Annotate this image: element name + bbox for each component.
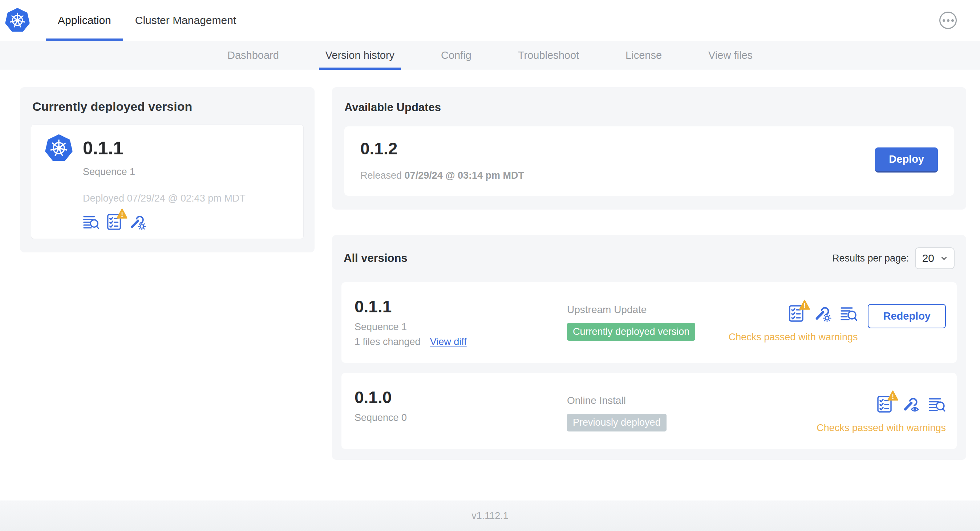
currently-deployed-badge: Currently deployed version bbox=[567, 323, 695, 341]
redeploy-button[interactable]: Redeploy bbox=[868, 304, 946, 328]
deployed-version-label: 0.1.1 bbox=[83, 134, 245, 162]
preflight-status-text: Checks passed with warnings bbox=[816, 422, 946, 434]
deploy-button[interactable]: Deploy bbox=[875, 148, 938, 173]
results-per-page-label: Results per page: bbox=[832, 253, 909, 264]
all-versions-panel: All versions Results per page: 20 0.1.1 … bbox=[332, 235, 966, 460]
diff-icon[interactable] bbox=[83, 213, 100, 230]
view-config-icon[interactable] bbox=[902, 396, 920, 413]
preflight-status-text: Checks passed with warnings bbox=[729, 332, 858, 343]
deployed-sequence-label: Sequence 1 bbox=[83, 166, 245, 178]
more-menu-button[interactable] bbox=[939, 12, 957, 29]
version-row-0-1-0: 0.1.0 Sequence 0 Online Install Previous… bbox=[341, 373, 957, 449]
version-source-label: Online Install bbox=[567, 395, 816, 406]
tab-application-label: Application bbox=[58, 14, 111, 27]
warning-triangle-icon bbox=[799, 300, 810, 310]
currently-deployed-card: 0.1.1 Sequence 1 Deployed 07/29/24 @ 02:… bbox=[31, 125, 304, 239]
results-per-page: Results per page: 20 bbox=[832, 247, 955, 269]
tab-cluster-management-label: Cluster Management bbox=[135, 14, 236, 27]
view-diff-link[interactable]: View diff bbox=[430, 336, 467, 348]
preflight-checks-warning-icon[interactable] bbox=[876, 396, 894, 413]
row-version-label: 0.1.0 bbox=[355, 388, 567, 407]
chevron-down-icon bbox=[940, 254, 948, 262]
currently-deployed-panel: Currently deployed version 0.1.1 Sequenc… bbox=[20, 87, 315, 253]
app-header: Application Cluster Management bbox=[0, 0, 980, 41]
currently-deployed-title: Currently deployed version bbox=[31, 100, 304, 114]
results-per-page-value: 20 bbox=[922, 252, 934, 264]
edit-config-icon[interactable] bbox=[129, 213, 146, 230]
tab-view-files[interactable]: View files bbox=[685, 41, 776, 70]
tab-cluster-management[interactable]: Cluster Management bbox=[123, 0, 248, 41]
available-updates-panel: Available Updates 0.1.2 Released 07/29/2… bbox=[332, 87, 966, 210]
kubernetes-app-icon bbox=[45, 134, 73, 162]
update-version-label: 0.1.2 bbox=[360, 139, 524, 158]
version-source-label: Upstream Update bbox=[567, 304, 729, 316]
tab-troubleshoot[interactable]: Troubleshoot bbox=[495, 41, 602, 70]
preflight-checks-warning-icon[interactable] bbox=[788, 305, 805, 322]
preflight-checks-warning-icon[interactable] bbox=[106, 213, 123, 230]
ellipsis-icon bbox=[943, 19, 945, 22]
row-version-label: 0.1.1 bbox=[355, 297, 567, 316]
previously-deployed-badge: Previously deployed bbox=[567, 414, 667, 431]
app-level-tabs: Application Cluster Management bbox=[46, 0, 248, 41]
row-sequence-label: Sequence 1 bbox=[355, 321, 567, 333]
console-version-label: v1.112.1 bbox=[471, 510, 509, 521]
deployed-version-actions bbox=[83, 213, 245, 230]
deployed-timestamp: Deployed 07/29/24 @ 02:43 pm MDT bbox=[83, 193, 245, 204]
tab-dashboard[interactable]: Dashboard bbox=[204, 41, 302, 70]
diff-icon[interactable] bbox=[840, 305, 858, 322]
section-nav: Dashboard Version history Config Trouble… bbox=[0, 41, 980, 70]
available-updates-title: Available Updates bbox=[344, 101, 954, 114]
files-changed-label: 1 files changed bbox=[355, 336, 421, 348]
kubernetes-logo-icon bbox=[5, 8, 30, 33]
row-sequence-label: Sequence 0 bbox=[355, 412, 567, 423]
version-row-0-1-1: 0.1.1 Sequence 1 1 files changed View di… bbox=[341, 282, 957, 363]
tab-version-history[interactable]: Version history bbox=[302, 41, 418, 70]
update-released-line: Released 07/29/24 @ 03:14 pm MDT bbox=[360, 170, 524, 181]
all-versions-title: All versions bbox=[344, 252, 407, 265]
edit-config-icon[interactable] bbox=[814, 305, 831, 322]
app-footer: v1.112.1 bbox=[0, 501, 980, 531]
diff-icon[interactable] bbox=[928, 396, 946, 413]
version-history-page: Currently deployed version 0.1.1 Sequenc… bbox=[0, 70, 980, 460]
tab-application[interactable]: Application bbox=[46, 0, 123, 41]
available-update-card: 0.1.2 Released 07/29/24 @ 03:14 pm MDT D… bbox=[344, 126, 954, 196]
tab-config[interactable]: Config bbox=[418, 41, 495, 70]
warning-triangle-icon bbox=[116, 208, 127, 219]
warning-triangle-icon bbox=[888, 390, 898, 401]
update-released-date: 07/29/24 @ 03:14 pm MDT bbox=[405, 170, 524, 181]
results-per-page-select[interactable]: 20 bbox=[915, 247, 955, 269]
tab-license[interactable]: License bbox=[602, 41, 685, 70]
